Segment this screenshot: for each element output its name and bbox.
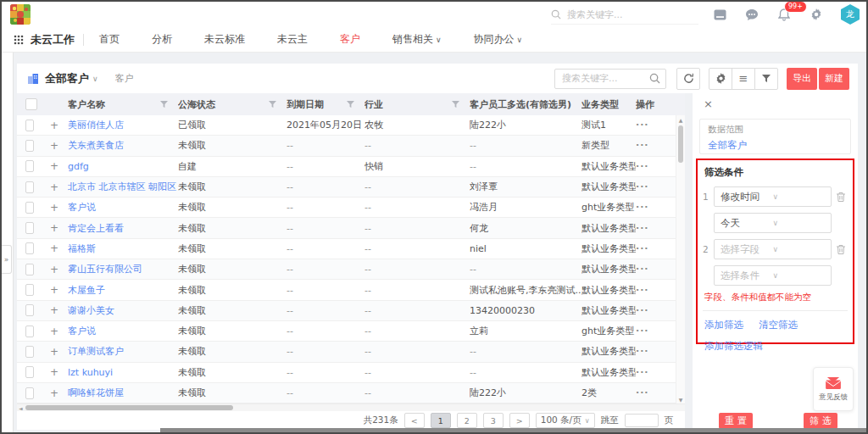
filter-toggle-button[interactable] — [754, 68, 778, 90]
scope-value-link[interactable]: 全部客户 — [708, 139, 843, 152]
row-checkbox[interactable] — [25, 242, 34, 254]
next-page-button[interactable]: > — [509, 413, 530, 428]
row-checkbox[interactable] — [25, 264, 34, 275]
funnel-icon[interactable] — [452, 101, 459, 108]
funnel-icon[interactable] — [269, 101, 276, 108]
view-selector[interactable]: 全部客户 — [45, 71, 89, 86]
nav-item-0[interactable]: 首页 — [99, 32, 120, 47]
nav-item-4[interactable]: 客户 — [340, 32, 360, 47]
row-more-actions-button[interactable]: ··· — [636, 326, 649, 337]
workspace-title[interactable]: 未云工作 — [31, 32, 75, 47]
apply-filter-button[interactable]: 筛选 — [804, 413, 837, 429]
customer-name-link[interactable]: 啊咯鲜花饼屋 — [68, 387, 178, 399]
vertical-scrollbar-thumb[interactable] — [678, 125, 683, 163]
vertical-scrollbar[interactable]: ▲ ▼ — [676, 115, 685, 403]
page-button-3[interactable]: 3 — [483, 413, 504, 428]
row-checkbox[interactable] — [25, 366, 34, 378]
nav-item-6[interactable]: 协同办公∨ — [474, 32, 523, 47]
feedback-widget[interactable]: 意见反馈 — [813, 367, 854, 411]
row-expand-button[interactable]: + — [42, 222, 68, 234]
customer-name-link[interactable]: 雾山五行有限公司 — [68, 263, 178, 275]
scroll-down-icon[interactable]: ▼ — [676, 395, 685, 403]
row-more-actions-button[interactable]: ··· — [636, 367, 649, 378]
row-more-actions-button[interactable]: ··· — [636, 243, 649, 254]
row-checkbox[interactable] — [25, 387, 34, 399]
notifications-bell-icon[interactable]: 99+ — [776, 7, 792, 22]
row-expand-button[interactable]: + — [42, 140, 68, 152]
chat-icon[interactable] — [744, 7, 760, 22]
row-more-actions-button[interactable]: ··· — [636, 161, 649, 172]
journal-icon[interactable] — [712, 7, 727, 22]
customer-name-link[interactable]: 肯定会上看看 — [68, 222, 178, 235]
page-jump-input[interactable] — [625, 414, 659, 427]
list-search-input[interactable]: 搜索关键字... — [554, 69, 666, 89]
chevron-down-icon[interactable]: ∨ — [92, 75, 98, 83]
row-checkbox[interactable] — [25, 326, 34, 337]
row-checkbox[interactable] — [25, 160, 34, 172]
column-settings-gear-button[interactable] — [709, 68, 732, 90]
row-checkbox[interactable] — [25, 202, 34, 214]
row-more-actions-button[interactable]: ··· — [636, 285, 649, 296]
row-expand-button[interactable]: + — [42, 304, 68, 316]
window-scrollbar-thumb[interactable] — [160, 428, 866, 432]
refresh-button[interactable] — [676, 68, 700, 90]
clear-filter-link[interactable]: 清空筛选 — [759, 319, 798, 331]
customer-name-link[interactable]: 谢谢小美女 — [68, 304, 178, 317]
user-avatar[interactable]: 龙 — [841, 4, 860, 25]
sidebar-expand-handle[interactable]: » — [2, 245, 12, 274]
customer-name-link[interactable]: 福格斯 — [68, 242, 178, 255]
funnel-icon[interactable] — [347, 101, 354, 108]
row-expand-button[interactable]: + — [42, 181, 68, 193]
customer-name-link[interactable]: 美丽俏佳人店 — [68, 119, 178, 131]
condition-1-field-select[interactable]: 修改时间 ∨ — [714, 186, 832, 207]
row-more-actions-button[interactable]: ··· — [636, 223, 649, 234]
row-expand-button[interactable]: + — [42, 120, 68, 131]
nav-item-2[interactable]: 未云标准 — [204, 32, 245, 47]
customer-name-link[interactable]: 客户说 — [68, 325, 178, 337]
customer-name-link[interactable]: 客户说 — [68, 201, 178, 214]
nav-item-3[interactable]: 未云主 — [277, 32, 308, 47]
row-checkbox[interactable] — [25, 140, 34, 152]
settings-gear-icon[interactable] — [809, 7, 824, 22]
customer-name-link[interactable]: 关东煮美食店 — [68, 139, 178, 152]
customer-name-link[interactable]: 订单测试客户 — [68, 345, 178, 358]
condition-2-field-select[interactable]: 选择字段 ∨ — [714, 239, 832, 259]
row-checkbox[interactable] — [25, 222, 34, 234]
row-expand-button[interactable]: + — [42, 264, 68, 275]
create-button[interactable]: 新建 — [819, 68, 849, 90]
row-checkbox[interactable] — [25, 346, 34, 358]
delete-condition-1-trash-icon[interactable] — [836, 192, 848, 203]
page-button-1[interactable]: 1 — [431, 413, 451, 428]
horizontal-scrollbar[interactable]: ◄ — [17, 403, 685, 411]
global-search-input[interactable]: 搜索关键字... — [551, 5, 698, 25]
page-button-2[interactable]: 2 — [457, 413, 477, 428]
row-expand-button[interactable]: + — [42, 387, 68, 399]
customer-name-link[interactable]: gdfg — [68, 161, 178, 172]
add-filter-link[interactable]: 添加筛选 — [704, 319, 743, 331]
row-checkbox[interactable] — [25, 284, 34, 296]
customer-name-link[interactable]: lzt kuhuyi — [68, 367, 178, 378]
export-button[interactable]: 导出 — [787, 68, 817, 90]
row-expand-button[interactable]: + — [42, 326, 68, 337]
search-icon[interactable] — [649, 73, 660, 84]
condition-1-value-select[interactable]: 今天 ∨ — [714, 213, 832, 233]
horizontal-scrollbar-thumb[interactable] — [25, 405, 233, 410]
add-filter-logic-link[interactable]: 添加筛选逻辑 — [704, 340, 848, 353]
nav-item-5[interactable]: 销售相关∨ — [392, 32, 442, 47]
row-expand-button[interactable]: + — [42, 284, 68, 296]
row-checkbox[interactable] — [25, 304, 34, 316]
nav-item-1[interactable]: 分析 — [152, 32, 172, 47]
list-view-button[interactable]: ≡ — [732, 68, 755, 90]
app-logo[interactable] — [10, 4, 31, 25]
reset-button[interactable]: 重置 — [719, 413, 753, 429]
condition-2-value-select[interactable]: 选择条件 ∨ — [714, 265, 832, 286]
row-more-actions-button[interactable]: ··· — [636, 120, 649, 131]
delete-condition-2-trash-icon[interactable] — [836, 244, 848, 255]
close-icon[interactable]: × — [704, 97, 713, 110]
row-more-actions-button[interactable]: ··· — [636, 202, 649, 213]
customer-name-link[interactable]: 木屋鱼子 — [68, 284, 178, 297]
select-all-checkbox[interactable] — [25, 98, 37, 110]
row-checkbox[interactable] — [25, 120, 34, 131]
funnel-icon[interactable] — [160, 101, 168, 108]
page-size-select[interactable]: 100 条/页 ∨ — [536, 413, 595, 428]
